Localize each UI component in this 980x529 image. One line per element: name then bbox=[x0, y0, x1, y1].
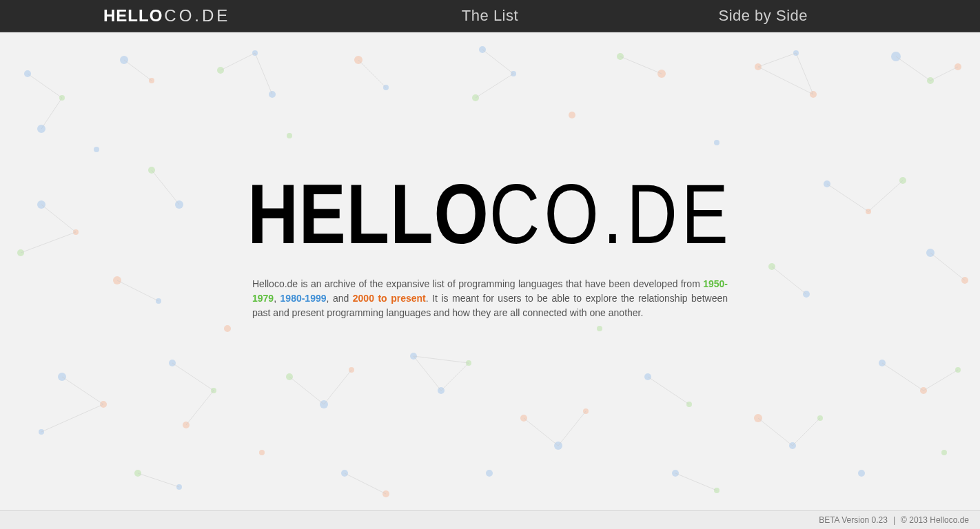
svg-line-42 bbox=[152, 170, 179, 205]
svg-line-85 bbox=[648, 377, 689, 404]
svg-point-109 bbox=[224, 325, 231, 332]
hero-sep2: , and bbox=[327, 293, 353, 304]
svg-line-38 bbox=[41, 205, 76, 232]
svg-point-3 bbox=[59, 95, 65, 101]
svg-point-113 bbox=[858, 470, 865, 477]
hero-logo: HELLO CO.DE bbox=[252, 172, 728, 256]
hero-desc-pre: Helloco.de is an archive of the expansiv… bbox=[252, 278, 703, 289]
svg-line-71 bbox=[324, 370, 351, 404]
svg-line-19 bbox=[482, 50, 513, 74]
svg-line-1 bbox=[41, 98, 62, 129]
header-logo[interactable]: HELLO CO.DE bbox=[103, 6, 230, 25]
svg-line-61 bbox=[41, 404, 103, 432]
nav-side-by-side[interactable]: Side by Side bbox=[718, 7, 808, 25]
svg-line-45 bbox=[117, 280, 159, 301]
nav-the-list[interactable]: The List bbox=[462, 7, 518, 25]
hero-sep1: , bbox=[274, 293, 280, 304]
era-1980-1999: 1980-1999 bbox=[280, 293, 327, 304]
svg-line-49 bbox=[827, 184, 868, 211]
hero-description: Helloco.de is an archive of the expansiv… bbox=[252, 277, 728, 320]
svg-line-56 bbox=[772, 267, 806, 294]
svg-point-4 bbox=[37, 125, 45, 133]
svg-line-50 bbox=[868, 180, 903, 211]
svg-line-104 bbox=[675, 473, 717, 490]
svg-point-2 bbox=[24, 70, 31, 77]
svg-line-12 bbox=[255, 53, 272, 94]
svg-line-29 bbox=[758, 67, 813, 94]
svg-point-111 bbox=[486, 470, 493, 477]
svg-line-94 bbox=[882, 363, 923, 391]
svg-line-70 bbox=[289, 377, 324, 404]
hero-section: HELLO CO.DE Helloco.de is an archive of … bbox=[252, 186, 728, 330]
footer-separator: | bbox=[893, 515, 895, 525]
header-logo-code: CO.DE bbox=[164, 6, 230, 25]
svg-line-95 bbox=[923, 370, 958, 391]
footer-bar: BETA Version 0.23 | © 2013 Helloco.de bbox=[0, 510, 980, 529]
svg-line-76 bbox=[441, 363, 469, 391]
svg-line-90 bbox=[793, 418, 820, 446]
svg-line-34 bbox=[930, 67, 958, 81]
svg-point-114 bbox=[941, 450, 947, 455]
svg-line-89 bbox=[758, 418, 793, 446]
svg-line-28 bbox=[796, 53, 813, 94]
footer-copyright: © 2013 Helloco.de bbox=[901, 515, 969, 525]
svg-line-27 bbox=[758, 53, 796, 67]
svg-line-23 bbox=[620, 56, 662, 74]
svg-line-81 bbox=[524, 418, 558, 446]
header-bar: HELLO CO.DE The List Side by Side bbox=[0, 0, 980, 32]
svg-line-101 bbox=[345, 473, 386, 494]
svg-point-112 bbox=[259, 450, 265, 455]
svg-line-33 bbox=[896, 56, 930, 81]
hero-logo-code: CO.DE bbox=[489, 172, 733, 256]
svg-line-0 bbox=[28, 74, 62, 98]
footer-version: BETA Version 0.23 bbox=[819, 515, 888, 525]
svg-point-106 bbox=[287, 133, 292, 138]
svg-line-39 bbox=[21, 232, 76, 253]
era-2000-present: 2000 to present bbox=[353, 293, 426, 304]
svg-line-66 bbox=[186, 391, 214, 425]
svg-point-107 bbox=[569, 112, 575, 118]
svg-line-75 bbox=[414, 356, 441, 391]
svg-point-108 bbox=[714, 140, 719, 145]
svg-point-105 bbox=[94, 147, 99, 152]
svg-line-15 bbox=[358, 60, 386, 87]
svg-line-20 bbox=[476, 74, 513, 98]
svg-line-82 bbox=[558, 411, 586, 446]
hero-logo-hello: HELLO bbox=[247, 172, 489, 256]
svg-line-53 bbox=[930, 253, 965, 280]
svg-line-60 bbox=[62, 377, 103, 404]
svg-line-98 bbox=[138, 473, 179, 487]
header-logo-hello: HELLO bbox=[103, 6, 163, 25]
svg-line-65 bbox=[172, 363, 214, 391]
svg-line-11 bbox=[221, 53, 255, 70]
svg-line-77 bbox=[414, 356, 469, 363]
svg-line-7 bbox=[124, 60, 152, 81]
